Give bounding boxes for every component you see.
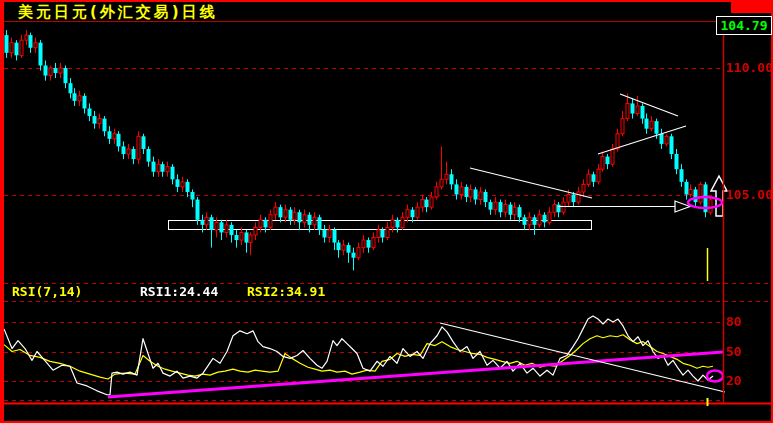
window-title: 美元日元(外汇交易)日线 (18, 3, 218, 22)
chart-canvas[interactable] (0, 0, 773, 423)
window-border-top (0, 0, 773, 2)
rsi2-value-label: RSI2:34.91 (247, 284, 325, 299)
price-axis-label: 105.00 (726, 187, 773, 202)
app-window: 美元日元(外汇交易)日线 104.79 RSI(7,14) RSI1:24.44… (0, 0, 773, 423)
price-axis-label: 110.00 (726, 60, 773, 75)
title-separator (0, 21, 773, 22)
current-price-badge: 104.79 (716, 16, 772, 35)
rsi-label-row: RSI(7,14) RSI1:24.44 RSI2:34.91 (4, 284, 723, 300)
titlebar-corner-block (731, 2, 771, 13)
rsi-indicator-label: RSI(7,14) (12, 284, 82, 299)
rsi-axis-label: 80 (726, 314, 742, 329)
rsi-axis-label: 20 (726, 373, 742, 388)
window-border-left (0, 0, 4, 423)
rsi1-value-label: RSI1:24.44 (140, 284, 218, 299)
rsi-axis-label: 50 (726, 344, 742, 359)
title-bar: 美元日元(外汇交易)日线 (4, 2, 771, 21)
